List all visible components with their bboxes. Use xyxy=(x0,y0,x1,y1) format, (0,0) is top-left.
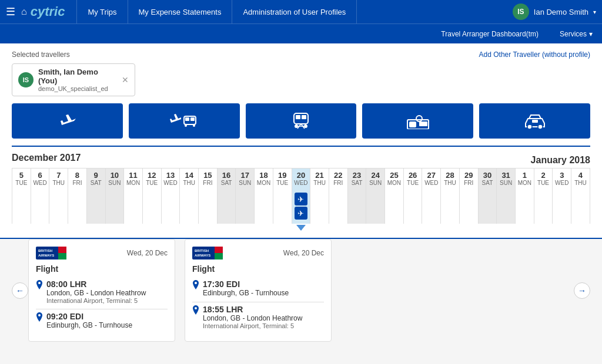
left-month-label: December 2017 xyxy=(12,150,81,167)
cal-day-3[interactable]: 3WED xyxy=(553,168,571,224)
user-dropdown-arrow[interactable]: ▾ xyxy=(593,9,596,15)
cal-day-16[interactable]: 16SAT xyxy=(218,168,236,224)
cal-day-27[interactable]: 27WED xyxy=(422,168,441,224)
svg-rect-31 xyxy=(215,247,223,253)
calendar-indicator xyxy=(12,224,590,231)
cal-day-25[interactable]: 25MON xyxy=(385,168,404,224)
cal-day-28[interactable]: 28THU xyxy=(441,168,460,224)
svg-point-34 xyxy=(195,307,197,309)
prev-flight-button[interactable]: ← xyxy=(12,282,28,299)
train-button[interactable] xyxy=(246,103,357,139)
svg-rect-24 xyxy=(58,247,66,253)
cal-day-26[interactable]: 26TUE xyxy=(404,168,423,224)
cal-day-4[interactable]: 4THU xyxy=(571,168,590,224)
flight-stop-0: 08:00 LHRLondon, GB - London HeathrowInt… xyxy=(36,279,168,304)
flight-card-0[interactable]: BRITISH AIRWAYS Wed, 20 DecFlight 08:00 … xyxy=(28,239,175,342)
expense-statements-link[interactable]: My Expense Statements xyxy=(128,0,233,23)
svg-rect-2 xyxy=(190,117,195,121)
cal-day-29[interactable]: 29FRI xyxy=(460,168,479,224)
location-icon xyxy=(36,312,43,323)
traveller-chip: IS Smith, Ian Demo (You) demo_UK_special… xyxy=(12,63,135,96)
cal-day-31[interactable]: 31SUN xyxy=(497,168,516,224)
flights-section: ← BRITISH AIRWAYS Wed, 20 DecFlight 08:0… xyxy=(0,238,602,342)
cal-day-14[interactable]: 14THU xyxy=(180,168,199,224)
cal-day-9[interactable]: 9SAT xyxy=(87,168,106,224)
cal-day-2[interactable]: 2TUE xyxy=(534,168,553,224)
user-name: Ian Demo Smith xyxy=(534,8,588,16)
flight-card-1[interactable]: BRITISH AIRWAYS Wed, 20 DecFlight 17:30 … xyxy=(185,239,332,342)
my-trips-link[interactable]: My Trips xyxy=(76,0,128,23)
svg-rect-1 xyxy=(185,117,189,121)
cal-day-1[interactable]: 1MON xyxy=(516,168,534,224)
cal-day-24[interactable]: 24SUN xyxy=(366,168,385,224)
calendar-grid: 5TUE6WED7THU8FRI9SAT10SUN11MON12TUE13WED… xyxy=(12,168,590,224)
hamburger-menu[interactable]: ☰ xyxy=(6,5,15,18)
brand-name: cytric xyxy=(31,4,65,19)
cal-day-10[interactable]: 10SUN xyxy=(106,168,125,224)
right-month-label: January 2018 xyxy=(531,153,590,170)
card-title: Flight xyxy=(36,264,168,274)
cal-day-21[interactable]: 21THU xyxy=(310,168,329,224)
car-button[interactable] xyxy=(479,103,590,139)
cal-day-8[interactable]: 8FRI xyxy=(68,168,87,224)
location-icon xyxy=(36,280,43,291)
flight-button[interactable] xyxy=(12,103,123,139)
svg-text:AIRWAYS: AIRWAYS xyxy=(195,254,210,257)
flight-stop-0: 17:30 EDIEdinburgh, GB - Turnhouse xyxy=(192,279,324,297)
main-content: Selected travellers Add Other Traveller … xyxy=(0,43,602,238)
cal-day-15[interactable]: 15FRI xyxy=(199,168,218,224)
second-navigation: Travel Arranger Dashboard(tm) Services ▾ xyxy=(0,23,602,43)
location-icon xyxy=(192,280,199,291)
cal-day-30[interactable]: 30SAT xyxy=(479,168,497,224)
svg-point-19 xyxy=(538,124,543,129)
logo: ⌂ cytric xyxy=(21,4,65,19)
cal-day-5[interactable]: 5TUE xyxy=(12,168,31,224)
cal-day-13[interactable]: 13WED xyxy=(162,168,180,224)
svg-point-3 xyxy=(185,124,187,127)
svg-point-33 xyxy=(195,282,197,284)
cal-day-12[interactable]: 12TUE xyxy=(143,168,162,224)
user-avatar: IS xyxy=(513,4,529,20)
svg-point-8 xyxy=(295,124,298,128)
traveller-info: Smith, Ian Demo (You) demo_UK_specialist… xyxy=(38,68,115,92)
svg-rect-6 xyxy=(296,115,300,119)
cal-day-20[interactable]: 20WED✈✈ xyxy=(292,168,311,224)
hotel-button[interactable] xyxy=(362,103,473,139)
cal-day-23[interactable]: 23SAT xyxy=(348,168,367,224)
travellers-section-header: Selected travellers Add Other Traveller … xyxy=(12,50,590,59)
flights-scroll: BRITISH AIRWAYS Wed, 20 DecFlight 08:00 … xyxy=(28,239,574,342)
services-link[interactable]: Services ▾ xyxy=(560,30,593,38)
cal-day-22[interactable]: 22FRI xyxy=(329,168,348,224)
svg-text:AIRWAYS: AIRWAYS xyxy=(38,254,54,257)
cal-day-7[interactable]: 7THU xyxy=(49,168,68,224)
flights-wrapper: ← BRITISH AIRWAYS Wed, 20 DecFlight 08:0… xyxy=(12,239,590,342)
add-traveller-link[interactable]: Add Other Traveller (without profile) xyxy=(479,50,590,59)
nav-links: My Trips My Expense Statements Administr… xyxy=(76,0,512,23)
flight-train-button[interactable] xyxy=(129,103,240,139)
services-dropdown-icon: ▾ xyxy=(589,30,593,38)
cal-day-6[interactable]: 6WED xyxy=(31,168,50,224)
svg-point-9 xyxy=(304,124,307,128)
svg-text:BRITISH: BRITISH xyxy=(195,249,209,252)
svg-rect-20 xyxy=(532,120,538,123)
calendar-flight-icon: ✈ xyxy=(295,193,307,205)
travel-arranger-link[interactable]: Travel Arranger Dashboard(tm) xyxy=(441,30,539,38)
cal-day-17[interactable]: 17SUN xyxy=(236,168,255,224)
cal-day-19[interactable]: 19TUE xyxy=(273,168,292,224)
calendar-arrow-down xyxy=(296,225,306,231)
traveller-avatar: IS xyxy=(18,72,34,87)
top-navigation: ☰ ⌂ cytric My Trips My Expense Statement… xyxy=(0,0,602,23)
svg-rect-14 xyxy=(409,122,416,127)
next-flight-button[interactable]: → xyxy=(574,282,590,299)
cal-day-18[interactable]: 18MON xyxy=(255,168,273,224)
svg-point-18 xyxy=(527,124,532,129)
house-icon: ⌂ xyxy=(21,6,27,17)
traveller-name: Smith, Ian Demo (You) xyxy=(38,68,115,85)
chip-close-icon[interactable]: ✕ xyxy=(122,75,129,85)
user-profiles-link[interactable]: Administration of User Profiles xyxy=(232,0,357,23)
card-title: Flight xyxy=(192,264,324,274)
svg-rect-7 xyxy=(302,115,306,119)
cal-day-11[interactable]: 11MON xyxy=(124,168,143,224)
travellers-label: Selected travellers xyxy=(12,50,70,59)
svg-point-26 xyxy=(38,282,41,284)
